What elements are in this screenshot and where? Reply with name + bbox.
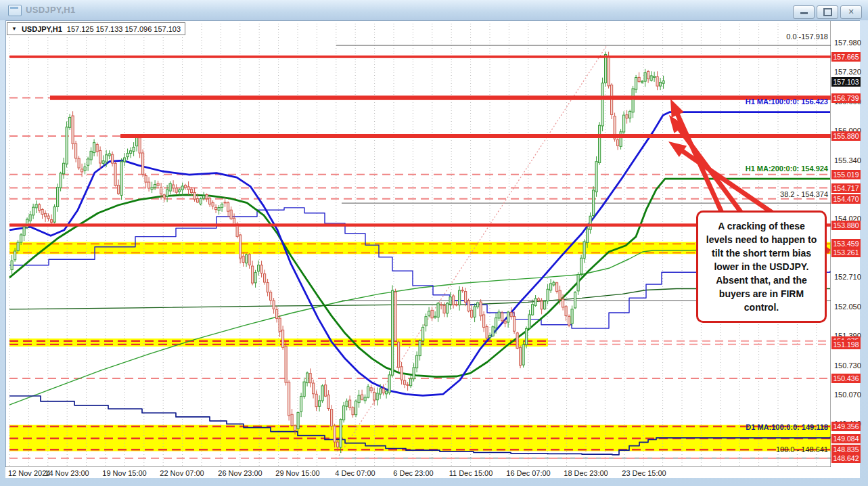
time-label: 19 Nov 15:00: [97, 469, 152, 478]
time-label: 4 Dec 07:00: [328, 469, 382, 478]
ma-value-label: H1 MA:200:0:0: 154.924: [609, 164, 828, 173]
chart-window: USDJPY,H1 ✕ ▼ USDJPY,H1 157.125 157.133 …: [0, 0, 868, 486]
annotation-line: levels need to happen to: [702, 233, 821, 246]
price-level-badge: 157.103: [831, 77, 861, 87]
annotation-line: lower in the USDJPY.: [702, 260, 821, 273]
price-tick-label: 150.730: [834, 361, 865, 370]
ohlc-values: 157.125 157.133 157.096 157.103: [67, 25, 181, 33]
symbol-timeframe: USDJPY,H1: [22, 25, 62, 33]
fib-level-label: 0.0 -157.918: [609, 32, 828, 41]
fib-level-label: 100.0 - 148.641: [609, 445, 828, 454]
price-tick-label: 157.320: [834, 68, 865, 76]
price-level-badge: 155.880: [831, 131, 861, 141]
price-level-badge: 149.356: [831, 422, 861, 431]
price-level-badge: 155.019: [831, 170, 861, 179]
ohlc-info-box[interactable]: ▼ USDJPY,H1 157.125 157.133 157.096 157.…: [7, 22, 185, 35]
ma-value-label: D1 MA:100:0:0: 149.118: [609, 423, 828, 432]
time-label: 16 Dec 07:00: [501, 469, 555, 478]
price-level-badge: 150.436: [831, 374, 861, 383]
price-level-badge: 156.739: [831, 93, 861, 103]
annotation-line: tilt the short term bias: [702, 246, 821, 260]
price-level-badge: 154.717: [831, 183, 861, 193]
price-level-badge: 153.261: [831, 248, 861, 257]
price-level-badge: 157.665: [831, 52, 861, 62]
time-label: 14 Nov 23:00: [40, 469, 94, 478]
time-label: 6 Dec 23:00: [386, 469, 440, 478]
price-level-badge: 153.459: [831, 239, 861, 248]
time-label: 29 Nov 15:00: [271, 469, 325, 478]
price-tick-label: 155.340: [834, 156, 865, 164]
annotation-line: Absent that, and the: [702, 273, 821, 287]
time-label: 18 Dec 23:00: [559, 469, 613, 478]
price-tick-label: 150.070: [834, 391, 865, 399]
time-label: 26 Nov 23:00: [213, 469, 267, 478]
collapse-triangle-icon[interactable]: ▼: [12, 26, 17, 32]
price-tick-label: 152.710: [834, 273, 865, 281]
price-tick-label: 157.980: [834, 39, 865, 47]
time-label: 23 Dec 15:00: [617, 469, 671, 478]
ma-value-label: H1 MA:100:0:0: 156.423: [609, 97, 828, 106]
annotation-line: A cracking of these: [702, 219, 821, 233]
time-label: 22 Nov 07:00: [155, 469, 209, 478]
annotation-line: buyers are in FIRM: [702, 287, 821, 301]
annotation-line: control.: [702, 301, 821, 314]
price-level-badge: 154.470: [831, 194, 861, 204]
price-level-badge: 149.084: [831, 434, 861, 443]
time-label: 11 Dec 15:00: [444, 469, 498, 478]
price-level-badge: 153.880: [831, 221, 861, 230]
annotation-text-box[interactable]: A cracking of theselevels need to happen…: [696, 211, 827, 323]
price-tick-label: 152.050: [834, 303, 865, 311]
price-level-badge: 148.642: [831, 454, 861, 463]
price-level-badge: 151.198: [831, 340, 861, 349]
fib-level-label: 38.2 - 154.374: [609, 190, 828, 199]
